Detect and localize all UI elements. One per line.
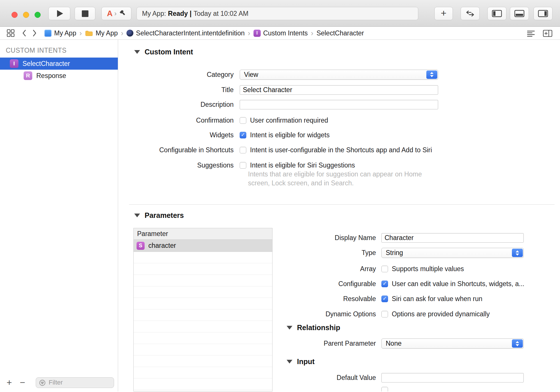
breadcrumb-separator: › [80, 29, 82, 37]
close-window-button[interactable] [12, 12, 18, 18]
toolbar: A › My App: Ready | Today at 10:02 AM + [0, 0, 560, 27]
display-name-row: Display Name [268, 233, 524, 243]
add-editor-icon[interactable] [543, 30, 553, 37]
intent-definition-file-icon [126, 30, 133, 37]
disclosure-triangle-icon[interactable] [287, 326, 292, 330]
section-title: Parameters [145, 211, 184, 220]
array-checkbox-label[interactable]: Supports multiple values [392, 265, 464, 273]
default-value-label: Default Value [268, 374, 376, 382]
toggle-inspector-button[interactable] [533, 7, 553, 20]
breadcrumb-custom-intents[interactable]: I Custom Intents [253, 29, 308, 37]
parent-parameter-row: Parent Parameter None [268, 338, 524, 349]
shortcuts-label: Configurable in Shortcuts [118, 146, 234, 154]
parameter-empty-row [134, 332, 272, 344]
default-value-input[interactable] [381, 373, 524, 383]
title-row: Title [118, 85, 438, 95]
parameters-section-header: Parameters [134, 211, 184, 220]
popup-stepper-icon [426, 71, 437, 79]
disclosure-triangle-icon[interactable] [134, 50, 140, 54]
parent-parameter-label: Parent Parameter [268, 340, 376, 347]
dynamic-options-checkbox[interactable] [381, 311, 388, 317]
category-row: Category View [118, 69, 438, 80]
parameter-column-header: Parameter [134, 228, 272, 240]
shortcuts-checkbox[interactable] [240, 147, 246, 153]
configurable-checkbox[interactable] [381, 281, 388, 287]
breadcrumb-file[interactable]: SelectCharacterIntent.intentdefinition [126, 29, 245, 37]
minimap-lines-icon[interactable] [527, 30, 535, 37]
breadcrumb-project[interactable]: My App [44, 29, 76, 37]
run-button[interactable] [48, 7, 70, 20]
suggestions-checkbox[interactable] [240, 162, 246, 169]
configurable-checkbox-label[interactable]: User can edit value in Shortcuts, widget… [392, 280, 524, 288]
breadcrumb-group[interactable]: My App [85, 29, 118, 37]
widgets-checkbox-label[interactable]: Intent is eligible for widgets [250, 131, 330, 139]
parameter-empty-row [134, 355, 272, 367]
minimize-window-button[interactable] [23, 12, 29, 18]
sidebar-item-response[interactable]: R Response [0, 70, 118, 82]
string-type-badge-icon: S [137, 242, 145, 250]
widgets-checkbox[interactable] [240, 132, 246, 138]
suggestions-checkbox-label[interactable]: Intent is eligible for Siri Suggestions [250, 161, 355, 169]
confirmation-checkbox[interactable] [240, 117, 246, 124]
toggle-navigator-button[interactable] [487, 7, 506, 20]
remove-intent-button[interactable]: − [17, 378, 28, 387]
parent-parameter-popup[interactable]: None [381, 338, 524, 349]
title-input[interactable] [240, 85, 438, 95]
parameter-name: character [148, 242, 176, 250]
dynamic-options-checkbox-label[interactable]: Options are provided dynamically [392, 310, 490, 318]
parameter-empty-row [134, 378, 272, 390]
filter-input[interactable] [36, 377, 114, 388]
status-project: My App: [142, 10, 166, 18]
sidebar-footer: + − [0, 374, 118, 391]
go-back-button[interactable] [22, 29, 27, 37]
library-add-button[interactable]: + [434, 7, 453, 20]
section-title: Relationship [297, 324, 340, 332]
dynamic-options-row: Dynamic Options Options are provided dyn… [268, 311, 490, 317]
toggle-debug-area-button[interactable] [510, 7, 529, 20]
type-popup[interactable]: String [381, 248, 524, 258]
parameter-empty-row [134, 263, 272, 275]
add-intent-button[interactable]: + [4, 378, 14, 387]
resolvable-checkbox-label[interactable]: Siri can ask for value when run [392, 295, 483, 303]
configurable-label: Configurable [268, 280, 376, 288]
popup-value: View [244, 71, 258, 79]
shortcuts-row: Configurable in Shortcuts Intent is user… [118, 146, 432, 153]
sidebar-item-label: SelectCharacter [22, 60, 70, 68]
clipped-checkbox[interactable] [381, 387, 388, 391]
confirmation-checkbox-label[interactable]: User confirmation required [250, 117, 328, 124]
plus-icon: + [441, 7, 447, 19]
related-items-icon[interactable] [6, 29, 15, 37]
relationship-section-header: Relationship [287, 324, 340, 332]
parameter-row-character[interactable]: S character [134, 240, 272, 252]
jump-bar: My App › My App › SelectCharacterIntent.… [0, 27, 560, 40]
suggestions-help-text: Intents that are eligible for suggestion… [248, 170, 441, 188]
popup-stepper-icon [512, 249, 523, 257]
configurable-row: Configurable User can edit value in Shor… [268, 280, 524, 287]
breadcrumb-label: SelectCharacterIntent.intentdefinition [136, 29, 245, 37]
resolvable-row: Resolvable Siri can ask for value when r… [268, 295, 483, 302]
scheme-selector[interactable]: A › [101, 7, 131, 20]
description-row: Description [118, 100, 438, 109]
code-review-button[interactable] [461, 7, 480, 20]
breadcrumb-label: My App [54, 29, 76, 37]
shortcuts-checkbox-label[interactable]: Intent is user-configurable in the Short… [250, 146, 432, 154]
sidebar-item-selectcharacter[interactable]: I SelectCharacter [0, 58, 118, 70]
suggestions-label: Suggestions [118, 161, 234, 169]
parameter-empty-row [134, 367, 272, 378]
input-section-header: Input [287, 357, 315, 366]
widgets-label: Widgets [118, 131, 234, 139]
array-checkbox[interactable] [381, 266, 388, 272]
go-forward-button[interactable] [32, 29, 37, 37]
filter-icon [39, 379, 46, 387]
disclosure-triangle-icon[interactable] [134, 214, 140, 217]
description-input[interactable] [240, 100, 438, 109]
stop-button[interactable] [75, 7, 95, 20]
status-time: Today at 10:02 AM [194, 10, 249, 18]
display-name-input[interactable] [381, 233, 524, 243]
breadcrumb-select-character[interactable]: SelectCharacter [317, 29, 364, 37]
disclosure-triangle-icon[interactable] [287, 360, 292, 364]
zoom-window-button[interactable] [35, 12, 41, 18]
category-popup[interactable]: View [240, 70, 438, 80]
left-panel-icon [492, 9, 502, 18]
resolvable-checkbox[interactable] [381, 296, 388, 302]
